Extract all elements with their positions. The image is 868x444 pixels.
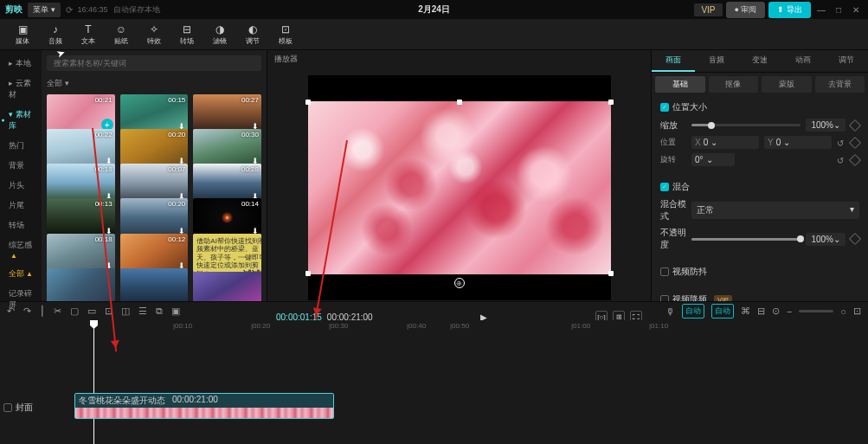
inspector-subtab[interactable]: 蒙版 (762, 76, 812, 93)
resize-handle-tc[interactable] (457, 100, 462, 105)
media-thumbnail[interactable]: 00:21+ (47, 94, 115, 132)
reset-icon[interactable]: ↺ (837, 138, 845, 147)
tool-贴纸[interactable]: ☺贴纸 (106, 21, 137, 48)
zoom-out-icon[interactable]: − (787, 306, 792, 317)
sidebar-item[interactable]: 热门 (0, 136, 42, 156)
media-thumbnail[interactable]: 借助AI帮你快速找到视频素材中的桥梁、蓝天、孩子等，一键即可快速定位或添加到剪辑… (193, 234, 261, 272)
checkbox-icon[interactable]: ✓ (660, 183, 669, 191)
tool-音频[interactable]: ♪音频 (40, 21, 71, 48)
sidebar-item[interactable]: 全部▲ (0, 264, 42, 284)
resize-handle-tr[interactable] (608, 100, 614, 105)
preview-image[interactable] (308, 101, 611, 274)
checkbox-icon[interactable]: ✓ (660, 103, 669, 112)
review-button[interactable]: ● 审阅 (726, 2, 766, 18)
checkbox-icon[interactable] (660, 267, 669, 276)
media-thumbnail[interactable]: 00:20⬇ (120, 198, 189, 236)
scale-slider[interactable] (691, 124, 800, 126)
inspector-tab[interactable]: 动画 (781, 50, 825, 72)
sidebar-item[interactable]: ▸ 本地 (0, 54, 42, 74)
tool-媒体[interactable]: ▣媒体 (7, 21, 38, 48)
window-minimize[interactable]: — (817, 5, 826, 14)
ruler[interactable]: 0|00:10|00:20|00:30|00:40|00:50|01:00|01… (0, 320, 868, 334)
keyframe-icon[interactable] (849, 233, 861, 245)
media-thumbnail[interactable] (193, 268, 261, 301)
filter-dropdown[interactable]: 全部 ▾ (42, 76, 267, 91)
scale-value[interactable]: 100%⌄ (806, 119, 845, 132)
media-thumbnail[interactable]: 00:14⬇ (193, 198, 261, 236)
reset-icon[interactable]: ↺ (837, 156, 845, 164)
opacity-slider[interactable] (691, 238, 800, 241)
sidebar-item[interactable]: 背景 (0, 156, 42, 176)
media-thumbnail[interactable]: 00:30⬇ (193, 129, 261, 167)
tool-文本[interactable]: T文本 (73, 21, 104, 48)
link-icon[interactable]: ⌘ (741, 306, 750, 317)
inspector-subtab[interactable]: 去背景 (815, 76, 865, 93)
timeline-tool-icon[interactable]: ▢ (70, 306, 79, 317)
inspector-tab[interactable]: 调节 (825, 50, 868, 72)
inspector-tab[interactable]: 音频 (695, 50, 738, 72)
inspector-tab[interactable]: 变速 (738, 50, 781, 72)
media-thumbnail[interactable] (47, 268, 115, 301)
rotation-input[interactable]: 0°⌄ (691, 153, 735, 166)
sidebar-item[interactable]: ▾ 素材库 (0, 105, 42, 136)
tool-模板[interactable]: ⊡模板 (270, 21, 301, 48)
sub-icon[interactable]: ⊟ (757, 306, 765, 317)
resize-handle-tl[interactable] (305, 100, 311, 105)
media-thumbnail[interactable]: 00:12⬇ (120, 234, 189, 272)
sidebar-item[interactable]: 片头 (0, 176, 42, 196)
media-thumbnail[interactable]: 00:27⬇ (193, 94, 261, 132)
sidebar-item[interactable]: ▸ 云素材 (0, 74, 42, 105)
timeline-tool-icon[interactable]: ☰ (138, 306, 147, 317)
media-thumbnail[interactable]: 00:13⬇ (47, 198, 115, 236)
timeline-tool-icon[interactable]: ◫ (121, 306, 130, 317)
mic-icon[interactable]: 🎙 (665, 306, 675, 317)
timeline-tool-icon[interactable]: ▣ (171, 306, 180, 317)
track-toggle-icon[interactable] (3, 403, 12, 412)
sidebar-item[interactable]: 记录碎屏 (0, 284, 42, 315)
opacity-value[interactable]: 100%⌄ (806, 233, 845, 246)
auto-tag2[interactable]: 自动 (711, 304, 734, 319)
pos-y-input[interactable]: Y0⌄ (764, 136, 832, 149)
keyframe-icon[interactable] (849, 153, 861, 165)
media-thumbnail[interactable] (120, 268, 189, 301)
inspector-subtab[interactable]: 基础 (655, 76, 705, 93)
zoom-fit-icon[interactable]: ⊡ (853, 306, 861, 317)
video-clip[interactable]: 冬雪桃花朵朵盛开动态00:00:21:00 (74, 393, 334, 419)
vip-button[interactable]: VIP (694, 3, 722, 16)
checkbox-icon[interactable] (660, 295, 669, 301)
auto-tag[interactable]: 自动 (682, 304, 704, 319)
menu-dropdown[interactable]: 菜单 ▾ (28, 3, 61, 17)
zoom-in-icon[interactable]: ○ (840, 306, 846, 317)
media-thumbnail[interactable]: 00:18⬇ (47, 164, 115, 202)
magnet-icon[interactable]: ⊙ (772, 306, 780, 317)
media-thumbnail[interactable]: 00:28⬇ (193, 164, 261, 202)
timeline-tool-icon[interactable]: ⧉ (156, 306, 163, 317)
export-button[interactable]: ⬆ 导出 (768, 2, 811, 18)
search-input[interactable] (47, 55, 261, 71)
tool-转场[interactable]: ⊟转场 (171, 21, 203, 48)
media-thumbnail[interactable]: 00:15⬇ (120, 94, 189, 132)
pos-x-input[interactable]: X0⌄ (691, 136, 759, 149)
window-maximize[interactable]: □ (834, 5, 843, 14)
rotate-handle[interactable]: ⊕ (454, 278, 465, 288)
window-close[interactable]: ✕ (852, 5, 860, 14)
preview-canvas[interactable]: ⊕ (308, 75, 611, 300)
inspector-tab[interactable]: 画面 (652, 50, 695, 72)
blend-mode-select[interactable]: 正常▾ (691, 202, 859, 219)
track-label-cover[interactable]: 封面 (0, 398, 61, 417)
zoom-slider[interactable] (799, 310, 833, 312)
sidebar-item[interactable]: 转场 (0, 216, 42, 235)
tool-调节[interactable]: ◐调节 (237, 21, 268, 48)
timeline-tool-icon[interactable]: ▭ (87, 306, 96, 317)
tool-特效[interactable]: ✧特效 (138, 21, 170, 48)
sidebar-item[interactable]: 片尾 (0, 196, 42, 216)
timeline-tool-icon[interactable]: ✂ (54, 306, 61, 317)
media-thumbnail[interactable]: 00:20⬇ (120, 129, 189, 167)
keyframe-icon[interactable] (849, 136, 861, 148)
resize-handle-br[interactable] (608, 271, 614, 276)
inspector-subtab[interactable]: 抠像 (709, 76, 759, 93)
keyframe-icon[interactable] (849, 119, 861, 131)
timeline[interactable]: 0|00:10|00:20|00:30|00:40|00:50|01:00|01… (0, 320, 868, 444)
media-thumbnail[interactable]: 00:22⬇ (47, 129, 115, 167)
resize-handle-bl[interactable] (305, 271, 311, 276)
